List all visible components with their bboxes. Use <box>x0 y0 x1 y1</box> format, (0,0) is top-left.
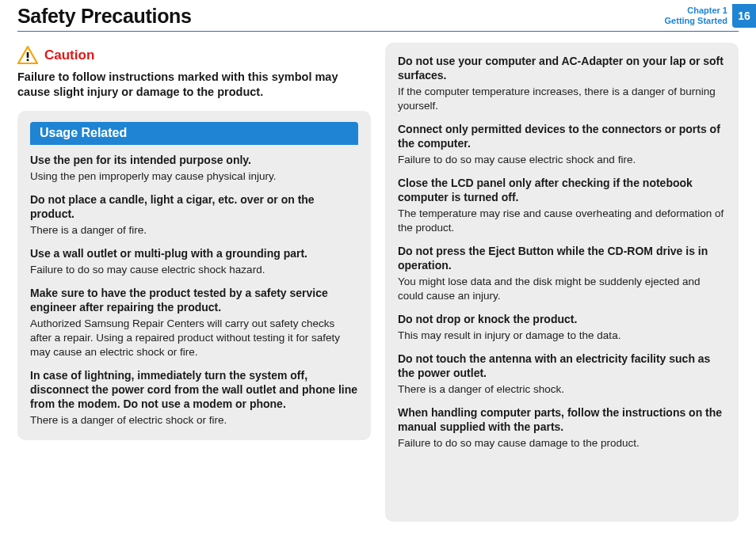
item-body: Failure to do so may cause electric shoc… <box>398 153 726 167</box>
caution-header: Caution <box>17 46 371 65</box>
item-body: Failure to do so may cause damage to the… <box>398 436 726 450</box>
right-column: Do not use your computer and AC-Adapter … <box>385 43 739 522</box>
list-item: Use a wall outlet or multi-plug with a g… <box>30 246 358 277</box>
chapter-line2: Getting Started <box>665 16 727 26</box>
content-columns: Caution Failure to follow instructions m… <box>0 43 756 536</box>
item-body: There is a danger of electric shock. <box>398 382 726 397</box>
title-wrap: Safety Precautions <box>0 5 192 28</box>
svg-rect-1 <box>27 59 29 62</box>
item-body: The temperature may rise and cause overh… <box>398 207 726 235</box>
warning-triangle-icon <box>17 46 38 65</box>
caution-description: Failure to follow instructions marked wi… <box>17 70 371 100</box>
svg-rect-0 <box>27 52 29 58</box>
item-heading: When handling computer parts, follow the… <box>398 405 726 434</box>
item-heading: Do not drop or knock the product. <box>398 312 726 326</box>
list-item: Do not touch the antenna with an electri… <box>398 352 726 397</box>
title-rule <box>17 31 739 32</box>
header: Safety Precautions Chapter 1 Getting Sta… <box>0 0 756 28</box>
header-right: Chapter 1 Getting Started 16 <box>665 4 756 28</box>
item-body: You might lose data and the disk might b… <box>398 275 726 303</box>
list-item: Do not place a candle, light a cigar, et… <box>30 192 358 238</box>
item-body: Authorized Samsung Repair Centers will c… <box>30 317 358 359</box>
page-number: 16 <box>732 4 756 28</box>
item-heading: Do not touch the antenna with an electri… <box>398 352 726 380</box>
left-panel: Usage Related Use the pen for its intend… <box>17 111 371 440</box>
item-body: There is a danger of electric shock or f… <box>30 413 358 428</box>
item-body: There is a danger of fire. <box>30 223 358 238</box>
list-item: In case of lightning, immediately turn t… <box>30 368 358 428</box>
chapter-label: Chapter 1 Getting Started <box>665 4 732 26</box>
item-heading: Connect only permitted devices to the co… <box>398 122 726 150</box>
item-heading: Close the LCD panel only after checking … <box>398 176 726 204</box>
caution-label: Caution <box>44 48 94 63</box>
left-column: Caution Failure to follow instructions m… <box>17 43 371 522</box>
chapter-line1: Chapter 1 <box>665 6 727 16</box>
list-item: Close the LCD panel only after checking … <box>398 176 726 235</box>
list-item: Do not press the Eject Button while the … <box>398 244 726 303</box>
list-item: Make sure to have the product tested by … <box>30 286 358 359</box>
section-title: Usage Related <box>30 122 358 145</box>
list-item: When handling computer parts, follow the… <box>398 405 726 450</box>
item-heading: Do not use your computer and AC-Adapter … <box>398 54 726 82</box>
page: Safety Precautions Chapter 1 Getting Sta… <box>0 0 756 536</box>
item-heading: In case of lightning, immediately turn t… <box>30 368 358 411</box>
item-body: This may result in injury or damage to t… <box>398 329 726 343</box>
item-heading: Do not place a candle, light a cigar, et… <box>30 192 358 221</box>
item-body: If the computer temperature increases, t… <box>398 85 726 113</box>
item-body: Failure to do so may cause electric shoc… <box>30 263 358 277</box>
item-heading: Do not press the Eject Button while the … <box>398 244 726 272</box>
list-item: Use the pen for its intended purpose onl… <box>30 153 358 184</box>
list-item: Do not use your computer and AC-Adapter … <box>398 54 726 113</box>
item-heading: Use a wall outlet or multi-plug with a g… <box>30 246 358 260</box>
page-title: Safety Precautions <box>17 5 192 28</box>
item-heading: Use the pen for its intended purpose onl… <box>30 153 358 167</box>
item-heading: Make sure to have the product tested by … <box>30 286 358 314</box>
right-panel: Do not use your computer and AC-Adapter … <box>385 43 739 522</box>
list-item: Connect only permitted devices to the co… <box>398 122 726 167</box>
list-item: Do not drop or knock the product. This m… <box>398 312 726 343</box>
item-body: Using the pen improperly may cause physi… <box>30 169 358 184</box>
